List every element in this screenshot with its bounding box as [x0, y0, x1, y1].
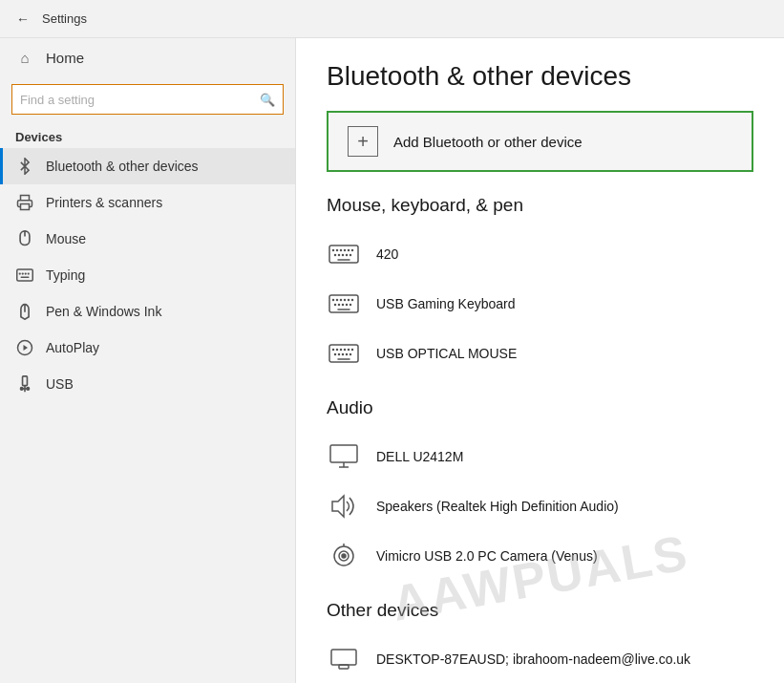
back-button[interactable]: ← [11, 8, 34, 31]
sidebar-item-pen[interactable]: Pen & Windows Ink [0, 293, 295, 330]
sidebar-item-bluetooth-label: Bluetooth & other devices [46, 159, 199, 174]
search-input[interactable] [20, 93, 260, 107]
monitor-icon [327, 439, 361, 474]
titlebar: ← Settings [0, 0, 784, 38]
device-item-usb-kb: USB Gaming Keyboard [327, 279, 753, 329]
device-item-camera: Vimicro USB 2.0 PC Camera (Venus) [327, 531, 753, 581]
pen-icon [15, 302, 34, 321]
section-heading-audio: Audio [327, 397, 753, 418]
sidebar-item-autoplay-label: AutoPlay [46, 340, 99, 355]
sidebar-item-mouse-label: Mouse [46, 231, 86, 246]
content-area: Bluetooth & other devices + Add Bluetoot… [296, 38, 784, 683]
sidebar: ⌂ Home 🔍 Devices Bluetooth & other devic… [0, 38, 296, 683]
svg-marker-59 [332, 496, 344, 517]
svg-rect-12 [23, 376, 28, 386]
section-heading-other: Other devices [327, 600, 753, 621]
device-name-usb-mouse: USB OPTICAL MOUSE [376, 346, 517, 361]
usb-icon [15, 374, 34, 394]
keyboard-icon-usb-mouse [327, 336, 361, 371]
section-heading-mouse-keyboard: Mouse, keyboard, & pen [327, 195, 753, 216]
svg-rect-64 [331, 650, 356, 665]
section-other-devices: Other devices DESKTOP-87EAUSD; ibrahoom-… [327, 600, 753, 683]
keyboard-icon-usb [327, 287, 361, 321]
mouse-icon [15, 229, 34, 248]
device-name-speakers: Speakers (Realtek High Definition Audio) [376, 499, 619, 514]
sidebar-item-pen-label: Pen & Windows Ink [46, 304, 161, 319]
svg-point-15 [21, 388, 23, 390]
sidebar-item-typing-label: Typing [46, 267, 85, 283]
svg-point-62 [342, 554, 346, 558]
desktop-icon [327, 642, 361, 676]
svg-point-16 [27, 388, 29, 390]
add-device-label: Add Bluetooth or other device [393, 134, 583, 150]
search-icon[interactable]: 🔍 [260, 93, 275, 107]
sidebar-item-printers[interactable]: Printers & scanners [0, 184, 295, 221]
section-audio: Audio DELL U2412M [327, 397, 753, 581]
device-item-speakers: Speakers (Realtek High Definition Audio) [327, 481, 753, 531]
sidebar-item-bluetooth[interactable]: Bluetooth & other devices [0, 148, 295, 184]
section-mouse-keyboard: Mouse, keyboard, & pen [327, 195, 753, 378]
titlebar-title: Settings [42, 11, 87, 26]
sidebar-item-mouse[interactable]: Mouse [0, 221, 295, 257]
device-name-420: 420 [376, 246, 398, 262]
sidebar-item-usb[interactable]: USB [0, 366, 295, 402]
device-item-dell: DELL U2412M [327, 432, 753, 481]
autoplay-icon [15, 338, 34, 357]
device-name-camera: Vimicro USB 2.0 PC Camera (Venus) [376, 548, 598, 564]
bluetooth-icon [15, 157, 34, 176]
sidebar-item-usb-label: USB [46, 376, 74, 392]
home-icon: ⌂ [15, 48, 34, 67]
camera-icon [327, 539, 361, 573]
device-item-usb-mouse: USB OPTICAL MOUSE [327, 329, 753, 378]
search-box-wrapper: 🔍 [0, 76, 295, 122]
printers-icon [15, 193, 34, 212]
sidebar-item-home[interactable]: ⌂ Home [0, 38, 295, 76]
device-name-dell: DELL U2412M [376, 449, 463, 464]
sidebar-home-label: Home [46, 50, 84, 66]
device-name-desktop: DESKTOP-87EAUSD; ibrahoom-nadeem@live.co… [376, 651, 690, 667]
sidebar-item-printers-label: Printers & scanners [46, 195, 162, 210]
svg-rect-65 [339, 665, 349, 669]
keyboard-icon-420 [327, 237, 361, 271]
speaker-icon [327, 489, 361, 523]
svg-rect-56 [330, 445, 357, 462]
svg-marker-11 [24, 345, 29, 351]
typing-icon [15, 266, 34, 285]
add-device-button[interactable]: + Add Bluetooth or other device [327, 111, 753, 172]
device-item-420: 420 [327, 229, 753, 279]
main-layout: ⌂ Home 🔍 Devices Bluetooth & other devic… [0, 38, 784, 683]
svg-rect-0 [21, 204, 30, 210]
sidebar-item-typing[interactable]: Typing [0, 257, 295, 293]
device-name-usb-kb: USB Gaming Keyboard [376, 296, 516, 311]
device-item-desktop: DESKTOP-87EAUSD; ibrahoom-nadeem@live.co… [327, 634, 753, 683]
page-title: Bluetooth & other devices [327, 61, 753, 92]
sidebar-item-autoplay[interactable]: AutoPlay [0, 330, 295, 366]
svg-rect-3 [17, 269, 33, 281]
add-icon: + [348, 126, 378, 157]
search-box[interactable]: 🔍 [11, 84, 284, 115]
sidebar-section-label: Devices [0, 122, 295, 148]
